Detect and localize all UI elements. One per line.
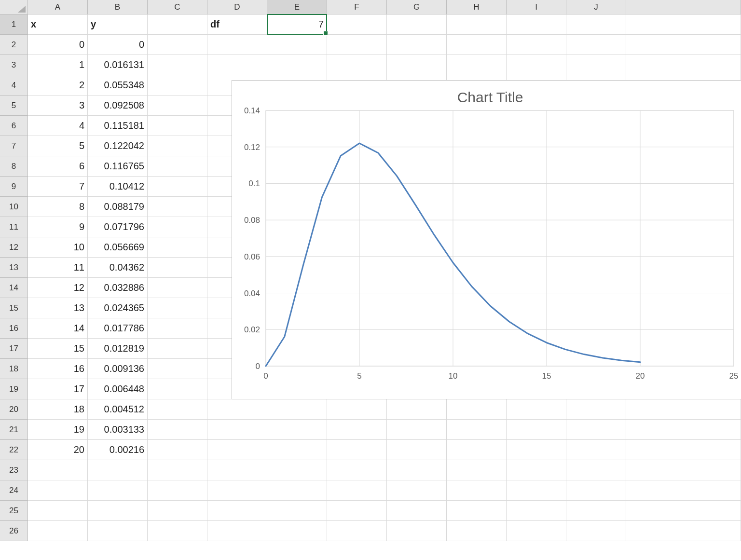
cell-B10[interactable]: 0.088179 xyxy=(88,197,148,217)
cell-C24[interactable] xyxy=(148,480,207,501)
cell-I25[interactable] xyxy=(507,501,566,521)
cell-A1[interactable]: x xyxy=(28,14,88,35)
cell-C18[interactable] xyxy=(148,359,207,379)
cell-I26[interactable] xyxy=(507,521,566,541)
cell-J21[interactable] xyxy=(566,420,626,440)
cell-E2[interactable] xyxy=(267,35,327,55)
cell-C12[interactable] xyxy=(148,237,207,258)
cell-I24[interactable] xyxy=(507,480,566,501)
cell-C20[interactable] xyxy=(148,399,207,420)
cell-B15[interactable]: 0.024365 xyxy=(88,298,148,318)
cell-H22[interactable] xyxy=(447,440,507,460)
cell-D21[interactable] xyxy=(207,420,267,440)
row-header-6[interactable]: 6 xyxy=(0,116,28,136)
cell-C7[interactable] xyxy=(148,136,207,156)
cell-C8[interactable] xyxy=(148,156,207,177)
cell-G26[interactable] xyxy=(387,521,447,541)
cell-B7[interactable]: 0.122042 xyxy=(88,136,148,156)
cell-A12[interactable]: 10 xyxy=(28,237,88,258)
cell-A3[interactable]: 1 xyxy=(28,55,88,75)
row-header-1[interactable]: 1 xyxy=(0,14,28,35)
cell-I1[interactable] xyxy=(507,14,566,35)
cell-C9[interactable] xyxy=(148,177,207,197)
cell-D2[interactable] xyxy=(207,35,267,55)
cell-H23[interactable] xyxy=(447,460,507,480)
cell-C19[interactable] xyxy=(148,379,207,399)
cell-B14[interactable]: 0.032886 xyxy=(88,278,148,298)
cell-B6[interactable]: 0.115181 xyxy=(88,116,148,136)
cell-A21[interactable]: 19 xyxy=(28,420,88,440)
row-header-26[interactable]: 26 xyxy=(0,521,28,541)
embedded-chart[interactable]: Chart Title 00.020.040.060.080.10.120.14… xyxy=(232,80,741,399)
row-header-3[interactable]: 3 xyxy=(0,55,28,75)
cell-I21[interactable] xyxy=(507,420,566,440)
row-header-9[interactable]: 9 xyxy=(0,177,28,197)
row-header-13[interactable]: 13 xyxy=(0,258,28,278)
cell-F23[interactable] xyxy=(327,460,387,480)
cell-C15[interactable] xyxy=(148,298,207,318)
cell-C3[interactable] xyxy=(148,55,207,75)
cell-G25[interactable] xyxy=(387,501,447,521)
cell-C1[interactable] xyxy=(148,14,207,35)
cell-H26[interactable] xyxy=(447,521,507,541)
cell-A8[interactable]: 6 xyxy=(28,156,88,177)
row-header-18[interactable]: 18 xyxy=(0,359,28,379)
cell-E3[interactable] xyxy=(267,55,327,75)
col-header-A[interactable]: A xyxy=(28,0,88,14)
cell-J26[interactable] xyxy=(566,521,626,541)
row-header-15[interactable]: 15 xyxy=(0,298,28,318)
cell-F21[interactable] xyxy=(327,420,387,440)
col-header-J[interactable]: J xyxy=(566,0,626,14)
cell-B23[interactable] xyxy=(88,460,148,480)
cell-J25[interactable] xyxy=(566,501,626,521)
col-header-C[interactable]: C xyxy=(148,0,207,14)
cell-C2[interactable] xyxy=(148,35,207,55)
cell-A7[interactable]: 5 xyxy=(28,136,88,156)
cell-C26[interactable] xyxy=(148,521,207,541)
cell-B11[interactable]: 0.071796 xyxy=(88,217,148,237)
cell-C10[interactable] xyxy=(148,197,207,217)
cell-D24[interactable] xyxy=(207,480,267,501)
cell-B3[interactable]: 0.016131 xyxy=(88,55,148,75)
cell-D20[interactable] xyxy=(207,399,267,420)
col-header-F[interactable]: F xyxy=(327,0,387,14)
cell-F1[interactable] xyxy=(327,14,387,35)
cell-B19[interactable]: 0.006448 xyxy=(88,379,148,399)
cell-A9[interactable]: 7 xyxy=(28,177,88,197)
cell-E24[interactable] xyxy=(267,480,327,501)
cell-B4[interactable]: 0.055348 xyxy=(88,75,148,96)
row-header-19[interactable]: 19 xyxy=(0,379,28,399)
row-header-23[interactable]: 23 xyxy=(0,460,28,480)
cell-G23[interactable] xyxy=(387,460,447,480)
row-header-5[interactable]: 5 xyxy=(0,96,28,116)
cell-I2[interactable] xyxy=(507,35,566,55)
cell-H24[interactable] xyxy=(447,480,507,501)
col-header-E[interactable]: E xyxy=(267,0,327,14)
cell-A20[interactable]: 18 xyxy=(28,399,88,420)
cell-B8[interactable]: 0.116765 xyxy=(88,156,148,177)
cell-C5[interactable] xyxy=(148,96,207,116)
row-header-4[interactable]: 4 xyxy=(0,75,28,96)
cell-A13[interactable]: 11 xyxy=(28,258,88,278)
cell-D3[interactable] xyxy=(207,55,267,75)
cell-E1[interactable]: 7 xyxy=(267,14,327,35)
cell-G2[interactable] xyxy=(387,35,447,55)
cell-G20[interactable] xyxy=(387,399,447,420)
cell-D22[interactable] xyxy=(207,440,267,460)
cell-C14[interactable] xyxy=(148,278,207,298)
col-header-I[interactable]: I xyxy=(507,0,566,14)
cell-C16[interactable] xyxy=(148,318,207,339)
cell-A18[interactable]: 16 xyxy=(28,359,88,379)
cell-B13[interactable]: 0.04362 xyxy=(88,258,148,278)
cell-A26[interactable] xyxy=(28,521,88,541)
cell-A5[interactable]: 3 xyxy=(28,96,88,116)
row-header-10[interactable]: 10 xyxy=(0,197,28,217)
cell-E25[interactable] xyxy=(267,501,327,521)
row-header-7[interactable]: 7 xyxy=(0,136,28,156)
cell-E23[interactable] xyxy=(267,460,327,480)
cell-B26[interactable] xyxy=(88,521,148,541)
row-header-2[interactable]: 2 xyxy=(0,35,28,55)
cell-F20[interactable] xyxy=(327,399,387,420)
cell-G1[interactable] xyxy=(387,14,447,35)
cell-J24[interactable] xyxy=(566,480,626,501)
